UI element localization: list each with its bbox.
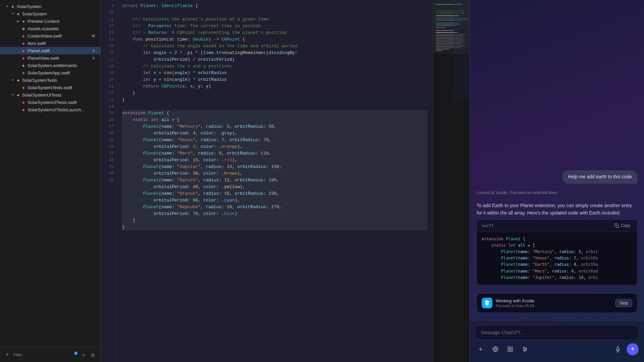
copy-button[interactable]: Copy <box>612 223 632 229</box>
sidebar-item-preview-content[interactable]: ▶ ■ Preview Content <box>0 17 100 25</box>
sidebar-item-solarsystem-group[interactable]: ▼ ■ SolarSystem <box>0 10 100 17</box>
code-line-36: orbitalPeriod: 40, color: .yellow), <box>122 184 427 190</box>
code-editor: 3 10 11 12 13 14 15 16 17 18 19 20 21 22… <box>101 0 470 362</box>
code-line-10 <box>122 9 427 16</box>
code-line-13: /// - Returns: A CGPoint representing th… <box>122 29 427 36</box>
sidebar-item-solarsystemapp[interactable]: ▶ ◆ SolarSystemApp.swift <box>0 69 100 76</box>
chat-messages: Help me add earth to this code Looked at… <box>470 0 644 321</box>
sidebar-item-label: SolarSystemUITests <box>22 93 61 98</box>
folder-icon: ■ <box>15 92 21 98</box>
sidebar-item-entitlements[interactable]: ▶ ◈ SolarSystem.entitlements <box>0 62 100 69</box>
microphone-button[interactable] <box>612 344 623 355</box>
chat-message-input[interactable] <box>481 330 633 335</box>
settings-button[interactable] <box>520 344 530 355</box>
chevron-down-icon: ▼ <box>11 93 15 97</box>
code-line-3: struct Planet: Identifiable { <box>122 3 427 9</box>
code-line-37: Planet(name: "Uranus", radius: 10, orbit… <box>122 190 427 197</box>
swift-file-icon: ◆ <box>21 33 26 39</box>
code-block-header: swift Copy <box>477 220 637 232</box>
code-content[interactable]: struct Planet: Identifiable { /// Calcul… <box>117 0 433 362</box>
code-line-26: static let all = [ <box>122 117 427 123</box>
globe-icon <box>492 346 498 352</box>
status-dot <box>74 352 77 355</box>
swift-file-icon: ◆ <box>21 100 26 105</box>
plus-icon <box>478 346 484 352</box>
sidebar-item-solarsystem-root[interactable]: ▼ ■ SolarSystem <box>0 3 100 10</box>
user-message-bubble: Help me add earth to this code <box>562 170 637 184</box>
cb-line-3: Planet(name: "Mercury", radius: 5, orbit <box>482 249 632 255</box>
code-line-38: orbitalPeriod: 60, color: .cyan), <box>122 197 427 204</box>
chat-input-box[interactable] <box>475 325 639 340</box>
ai-response-intro: To add Earth to your Planet extension, y… <box>477 203 632 216</box>
add-attachment-button[interactable] <box>475 344 486 355</box>
globe-button[interactable] <box>490 344 501 355</box>
sidebar-item-uitests-swift[interactable]: ▶ ◆ SolarSystemUITests.swift <box>0 99 100 106</box>
cb-line-2: static let all = [ <box>482 242 632 249</box>
chevron-down-icon: ▼ <box>11 12 15 16</box>
send-button[interactable] <box>627 343 639 355</box>
chat-toolbar-left <box>475 344 530 355</box>
code-line-24 <box>122 103 427 110</box>
sidebar-item-label: Assets.xcassets <box>28 26 59 31</box>
code-line-29: Planet(name: "Venus", radius: 7, orbitRa… <box>122 137 427 143</box>
code-line-12: /// - Parameter time: The current time i… <box>122 23 427 29</box>
cb-line-4: Planet(name: "Venus", radius: 7, orbitRa <box>482 255 632 261</box>
sidebar-item-assets[interactable]: ▶ ◉ Assets.xcassets <box>0 25 100 32</box>
swift-file-icon: ◆ <box>21 107 26 112</box>
svg-point-42 <box>526 349 527 350</box>
code-block: swift Copy extension Planet { static let… <box>477 220 637 286</box>
sidebar-icon-grid[interactable]: ⊞ <box>90 352 96 358</box>
send-arrow-icon <box>630 347 635 352</box>
code-line-33: Planet(name: "Jupiter", radius: 14, orbi… <box>122 164 427 170</box>
sidebar-item-uitests-group[interactable]: ▼ ■ SolarSystemUITests <box>0 91 100 99</box>
xcode-icon <box>482 298 492 308</box>
code-line-14: func position(at time: Double) -> CGPoin… <box>122 36 427 43</box>
sidebar-item-label: Planet.swift <box>28 48 50 53</box>
sidebar-item-label: SolarSystemUITestsLaunch... <box>28 107 85 112</box>
svg-rect-37 <box>511 350 513 352</box>
cb-line-1: extension Planet { <box>482 236 632 242</box>
sidebar-item-contentview[interactable]: ▶ ◆ ContentView.swift M <box>0 32 100 40</box>
sidebar-icon-list[interactable]: ≡ <box>80 352 87 358</box>
code-block-content: extension Planet { static let all = [ Pl… <box>477 232 637 285</box>
copy-label: Copy <box>621 223 630 228</box>
sidebar-item-tests-group[interactable]: ▼ ■ SolarSystemTests <box>0 76 100 84</box>
code-line-42: } <box>122 224 427 231</box>
code-line-30: orbitalPeriod: 7, color: .orange), <box>122 143 427 150</box>
grid-icon <box>507 346 513 352</box>
add-button[interactable]: + <box>4 352 11 358</box>
stop-button[interactable]: Stop <box>615 299 632 307</box>
svg-rect-36 <box>508 350 509 352</box>
sidebar: ▼ ■ SolarSystem ▼ ■ SolarSystem ▶ ■ Prev… <box>0 0 101 362</box>
svg-rect-29 <box>616 225 619 228</box>
sidebar-item-label: SolarSystem <box>22 11 47 16</box>
code-line-41: ] <box>122 217 427 224</box>
sidebar-item-planet-swift[interactable]: ▶ ◆ Planet.swift A <box>0 47 100 54</box>
asset-icon: ◉ <box>21 26 26 31</box>
code-line-15: // Calculate the angle based on the time… <box>122 43 427 50</box>
folder-icon: ■ <box>21 18 26 24</box>
cb-line-6: Planet(name: "Mars", radius: 6, orbitRad <box>482 268 632 275</box>
sidebar-item-tests-swift[interactable]: ▶ ◆ SolarSystemTests.swift <box>0 84 100 91</box>
svg-rect-34 <box>508 347 509 349</box>
chevron-right-icon: ▶ <box>16 19 20 23</box>
sidebar-item-label: SolarSystem <box>17 4 42 9</box>
sidebar-item-item-swift[interactable]: ▶ ◆ Item.swift <box>0 40 100 47</box>
xcode-working-title: Working with Xcode <box>496 298 612 303</box>
swift-file-icon: ◆ <box>21 48 26 53</box>
entitlement-icon: ◈ <box>21 63 26 68</box>
sidebar-item-label: Preview Content <box>28 19 59 24</box>
code-line-34: orbitalPeriod: 30, color: .brown), <box>122 170 427 177</box>
code-line-16: let angle = 2 * .pi * (time.truncatingRe… <box>122 50 427 56</box>
system-status-message: Looked at Xcode · Focused on selected li… <box>477 189 637 196</box>
sidebar-item-uitestslaunch[interactable]: ▶ ◆ SolarSystemUITestsLaunch... <box>0 106 100 113</box>
sidebar-item-planetview[interactable]: ▶ ◆ PlanetView.swift A <box>0 54 100 62</box>
grid-button[interactable] <box>505 344 516 355</box>
chevron-down-icon: ▼ <box>5 4 9 8</box>
code-line-31: Planet(name: "Mars", radius: 6, orbitRad… <box>122 150 427 157</box>
svg-point-41 <box>524 347 525 348</box>
sidebar-item-label: ContentView.swift <box>28 34 62 39</box>
folder-icon: ■ <box>15 77 21 83</box>
code-area[interactable]: 3 10 11 12 13 14 15 16 17 18 19 20 21 22… <box>101 0 470 362</box>
sidebar-item-label: SolarSystemTests <box>22 78 57 83</box>
